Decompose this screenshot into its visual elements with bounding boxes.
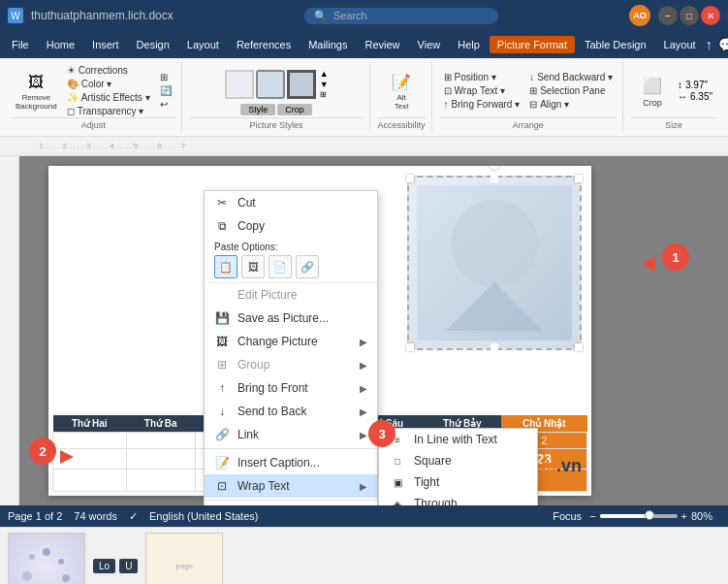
menu-review[interactable]: Review (358, 36, 408, 53)
bring-label: Bring Forward ▾ (452, 99, 521, 110)
title-bar: W thuthuatphanmem.lich.docx 🔍 AO − □ ✕ (0, 0, 728, 31)
cal-cell (126, 449, 195, 470)
zoom-out-btn[interactable]: − (589, 510, 595, 522)
handle-bl[interactable] (406, 343, 414, 351)
style-preset-2[interactable] (256, 70, 285, 99)
focus-label[interactable]: Focus (553, 510, 582, 522)
ctx-edit-alt[interactable]: 📋 Edit Alt Text... (205, 503, 377, 505)
size-label: Size (631, 117, 716, 130)
ctx-copy[interactable]: ⧉ Copy (205, 214, 377, 238)
minimize-button[interactable]: − (658, 6, 678, 25)
menu-view[interactable]: View (410, 36, 449, 53)
color-button[interactable]: 🎨 Color ▾ (63, 78, 154, 90)
sub-inline[interactable]: ≡ In Line with Text (379, 429, 537, 450)
arrange-col2: ↓ Send Backward ▾ ⊞ Selection Pane ⊟ Ali… (525, 71, 617, 111)
menu-picture-format[interactable]: Picture Format (490, 36, 575, 53)
ctx-save-as[interactable]: 💾 Save as Picture... (205, 307, 377, 330)
share-icon[interactable]: ↑ (706, 37, 712, 52)
vertical-ruler (0, 156, 19, 505)
thumb-page-2[interactable]: page (145, 533, 223, 585)
ctx-bring-front[interactable]: ↑ Bring to Front ▶ (205, 376, 377, 400)
ctx-wrap-text[interactable]: ⊡ Wrap Text ▶ (205, 474, 377, 498)
zoom-bar[interactable] (600, 514, 678, 518)
style-scroll-down[interactable]: ⊞ (320, 90, 329, 99)
alt-text-button[interactable]: 📝 AltText (384, 69, 419, 114)
menu-help[interactable]: Help (450, 36, 488, 53)
crop-tab[interactable]: Crop (277, 104, 312, 115)
menu-home[interactable]: Home (39, 36, 82, 53)
selection-label: Selection Pane (540, 85, 605, 96)
send-backward-button[interactable]: ↓ Send Backward ▾ (525, 71, 617, 83)
sub-through[interactable]: ◈ Through (379, 493, 537, 505)
style-scroll-up[interactable]: ▲ (320, 69, 329, 79)
title-bar-right: AO − □ ✕ (629, 5, 720, 26)
artistic-effects-button[interactable]: ✨ Artistic Effects ▾ (63, 91, 154, 104)
style-tab[interactable]: Style (240, 104, 275, 115)
menu-references[interactable]: References (229, 36, 299, 53)
corrections-icon: ☀ (67, 65, 76, 76)
thumb-nav-lo[interactable]: Lo (93, 559, 115, 573)
handle-tr[interactable] (575, 175, 583, 182)
ctx-cut[interactable]: ✂ Cut (205, 191, 377, 214)
cal-header-tue: Thứ Ba (126, 415, 195, 433)
callout-2: 2 (29, 438, 56, 465)
menu-design[interactable]: Design (129, 36, 177, 53)
menu-layout2[interactable]: Layout (656, 36, 704, 53)
transparency-label: Transparency ▾ (78, 106, 144, 116)
transparency-button[interactable]: ◻ Transparency ▾ (63, 105, 154, 117)
close-button[interactable]: ✕ (701, 6, 720, 25)
thumb-nav-u[interactable]: U (119, 559, 138, 573)
menu-layout[interactable]: Layout (179, 36, 227, 53)
search-input[interactable] (333, 10, 469, 21)
word-icon: W (8, 8, 23, 23)
position-button[interactable]: ⊞ Position ▾ (440, 71, 524, 83)
sub-tight[interactable]: ▣ Tight (379, 471, 537, 493)
paste-btn-4[interactable]: 🔗 (296, 255, 319, 278)
zoom-thumb[interactable] (645, 510, 654, 520)
compress-button[interactable]: ⊞ (156, 71, 175, 83)
handle-tl[interactable] (406, 175, 414, 182)
ctx-send-back[interactable]: ↓ Send to Back ▶ (205, 400, 377, 423)
style-preset-1[interactable] (225, 70, 254, 99)
paste-btn-2[interactable]: 🖼 (241, 255, 265, 278)
maximize-button[interactable]: □ (680, 6, 699, 25)
style-preset-3[interactable] (287, 70, 316, 99)
rotate-handle[interactable] (490, 166, 499, 170)
comments-icon[interactable]: 💬 (718, 37, 728, 52)
handle-bc[interactable] (491, 343, 498, 351)
zoom-in-btn[interactable]: + (681, 510, 687, 522)
menu-insert[interactable]: Insert (84, 36, 127, 53)
align-button[interactable]: ⊟ Align ▾ (525, 98, 617, 111)
handle-br[interactable] (575, 343, 583, 351)
menu-file[interactable]: File (4, 36, 37, 53)
ctx-insert-caption[interactable]: 📝 Insert Caption... (205, 451, 377, 474)
change-picture-button[interactable]: 🔄 (156, 84, 175, 97)
selection-pane-button[interactable]: ⊞ Selection Pane (525, 84, 617, 97)
bring-forward-button[interactable]: ↑ Bring Forward ▾ (440, 98, 524, 111)
thumb-nav: Lo U (93, 559, 138, 573)
image-placeholder[interactable] (407, 176, 582, 350)
paste-btn-3[interactable]: 📄 (269, 255, 292, 278)
handle-tc[interactable] (491, 175, 498, 182)
thumb-page-1[interactable] (8, 533, 85, 585)
ctx-link[interactable]: 🔗 Link ▶ (205, 423, 377, 446)
callout-2-arrow (60, 450, 74, 467)
style-scroll-mid[interactable]: ▼ (320, 80, 329, 89)
menu-table-design[interactable]: Table Design (577, 36, 654, 53)
wrap-text-ribbon-button[interactable]: ⊡ Wrap Text ▾ (440, 84, 524, 97)
search-box[interactable]: 🔍 (304, 8, 498, 24)
corrections-button[interactable]: ☀ Corrections (63, 64, 154, 77)
remove-background-button[interactable]: 🖼 RemoveBackground (12, 69, 61, 114)
ribbon-group-styles: ▲ ▼ ⊞ Style Crop Picture Styles (184, 62, 370, 132)
paste-btn-1[interactable]: 📋 (214, 255, 237, 278)
wrap-label: Wrap Text ▾ (455, 85, 505, 96)
crop-button[interactable]: ⬜ Crop (635, 73, 670, 110)
ctx-change-picture[interactable]: 🖼 Change Picture ▶ (205, 330, 377, 353)
reset-picture-button[interactable]: ↩ (156, 98, 175, 111)
zoom-fill (600, 514, 647, 518)
menu-mailings[interactable]: Mailings (301, 36, 355, 53)
sub-square[interactable]: □ Square (379, 450, 537, 471)
reset-icon: ↩ (160, 99, 168, 110)
accessibility-items: 📝 AltText (384, 64, 419, 117)
ctx-wrap-label: Wrap Text (237, 479, 290, 493)
